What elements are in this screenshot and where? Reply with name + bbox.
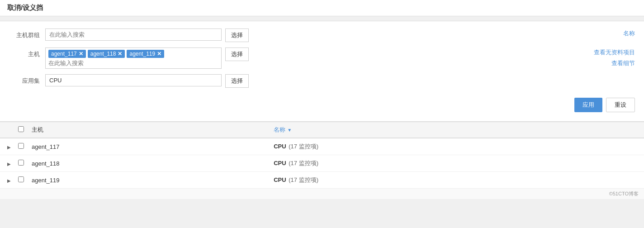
tag-agent-118: agent_118 ✕ xyxy=(88,50,125,58)
row3-expand[interactable]: ▶ xyxy=(7,177,18,184)
row1-name-bold: CPU xyxy=(274,143,286,150)
row1-checkbox[interactable] xyxy=(18,143,24,149)
tag-label: agent_118 xyxy=(90,51,116,57)
row2-name-bold: CPU xyxy=(274,160,286,166)
row1-check[interactable] xyxy=(18,143,32,150)
tag-close-agent-119[interactable]: ✕ xyxy=(157,51,161,57)
table-row: ▶ agent_117 CPU (17 监控项) xyxy=(0,138,644,155)
row1-host: agent_117 xyxy=(32,143,274,150)
host-search-input[interactable] xyxy=(48,60,103,66)
row2-checkbox[interactable] xyxy=(18,160,24,166)
row2-name-count: (17 监控项) xyxy=(289,160,318,166)
row3-checkbox[interactable] xyxy=(18,176,24,182)
select-all-checkbox[interactable] xyxy=(18,126,24,132)
reset-button[interactable]: 重设 xyxy=(606,98,635,112)
row1-name: CPU (17 监控项) xyxy=(274,142,637,151)
host-select-button[interactable]: 选择 xyxy=(225,48,249,61)
name-action-link[interactable]: 名称 xyxy=(623,29,635,38)
filter-section: 主机群组 选择 名称 主机 agent_117 ✕ agent_118 ✕ ag… xyxy=(0,21,644,122)
sort-icon: ▼ xyxy=(287,128,292,133)
row2-expand[interactable]: ▶ xyxy=(7,160,18,167)
th-name[interactable]: 名称 ▼ xyxy=(274,126,637,134)
tag-label: agent_117 xyxy=(51,51,77,57)
tag-agent-119: agent_119 ✕ xyxy=(127,50,164,58)
host-group-label: 主机群组 xyxy=(9,28,45,39)
tag-agent-117: agent_117 ✕ xyxy=(48,50,86,58)
host-group-input[interactable] xyxy=(45,28,222,41)
tag-close-agent-118[interactable]: ✕ xyxy=(118,51,122,57)
host-tag-input-wrap[interactable]: agent_117 ✕ agent_118 ✕ agent_119 ✕ xyxy=(45,48,222,69)
watermark: ©51CTO博客 xyxy=(0,189,644,199)
row3-name-count: (17 监控项) xyxy=(289,176,318,183)
row3-check[interactable] xyxy=(18,176,32,184)
row1-name-count: (17 监控项) xyxy=(289,143,318,150)
expand-arrow-icon[interactable]: ▶ xyxy=(7,145,11,150)
filter-host-row: 主机 agent_117 ✕ agent_118 ✕ agent_119 ✕ 选… xyxy=(9,48,635,69)
row3-name: CPU (17 监控项) xyxy=(274,176,637,184)
app-set-input-wrap xyxy=(45,74,222,86)
row2-name: CPU (17 监控项) xyxy=(274,159,637,167)
row1-expand[interactable]: ▶ xyxy=(7,143,18,150)
row2-host: agent_118 xyxy=(32,160,274,167)
no-data-link[interactable]: 查看无资料项目 xyxy=(594,48,635,57)
filter-host-group-row: 主机群组 选择 名称 xyxy=(9,28,635,42)
table-section: 主机 名称 ▼ ▶ agent_117 CPU (17 监控项) ▶ agent… xyxy=(0,122,644,189)
expand-arrow-icon[interactable]: ▶ xyxy=(7,178,11,183)
app-set-label: 应用集 xyxy=(9,74,45,85)
app-set-select-button[interactable]: 选择 xyxy=(225,74,249,88)
table-row: ▶ agent_118 CPU (17 监控项) xyxy=(0,155,644,172)
row3-name-bold: CPU xyxy=(274,176,286,183)
app-set-input[interactable] xyxy=(45,74,222,86)
filter-appset-row: 应用集 选择 xyxy=(9,74,635,88)
page-title: 取消/设义挡 xyxy=(0,0,644,16)
th-check xyxy=(18,126,32,133)
table-row: ▶ agent_119 CPU (17 监控项) xyxy=(0,172,644,189)
th-name-label: 名称 xyxy=(274,126,285,134)
tags-row: agent_117 ✕ agent_118 ✕ agent_119 ✕ xyxy=(48,50,218,58)
row3-host: agent_119 xyxy=(32,177,274,184)
tag-label: agent_119 xyxy=(129,51,155,57)
apply-button[interactable]: 应用 xyxy=(574,98,602,112)
detail-link[interactable]: 查看细节 xyxy=(611,59,635,67)
filter-actions: 应用 重设 xyxy=(9,93,635,112)
host-group-input-wrap xyxy=(45,28,222,41)
row2-check[interactable] xyxy=(18,160,32,167)
expand-arrow-icon[interactable]: ▶ xyxy=(7,162,11,166)
host-label: 主机 xyxy=(9,48,45,58)
tag-close-agent-117[interactable]: ✕ xyxy=(79,51,83,57)
right-actions: 名称 xyxy=(623,28,635,38)
th-host: 主机 xyxy=(32,126,274,134)
table-header: 主机 名称 ▼ xyxy=(0,122,644,138)
host-group-select-button[interactable]: 选择 xyxy=(225,28,249,42)
